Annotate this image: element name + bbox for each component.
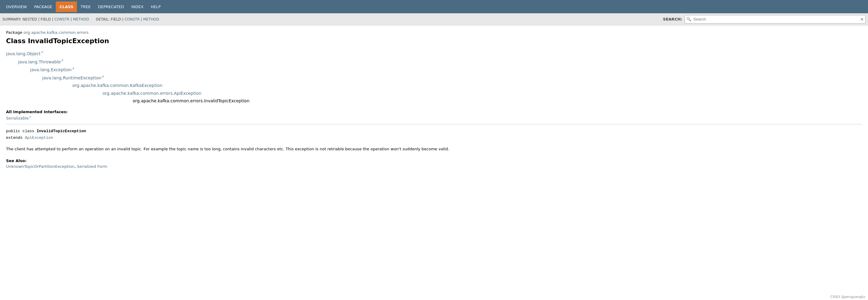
inheritance-level-5: org.apache.kafka.common.errors.ApiExcept…: [102, 90, 862, 97]
inheritance-link-2[interactable]: java.lang.Exception: [30, 67, 74, 72]
nav-help[interactable]: HELP: [147, 1, 164, 12]
class-prefix: Class: [6, 37, 26, 45]
inheritance-level-1: java.lang.Throwable: [18, 58, 862, 66]
keyword-public: public class: [6, 129, 36, 133]
interfaces-list: Serializable: [6, 115, 862, 120]
search-container: 🔍 ✕: [685, 15, 866, 24]
detail-method-link[interactable]: METHOD: [143, 17, 159, 22]
top-navigation: OVERVIEW PACKAGE CLASS TREE DEPRECATED I…: [0, 0, 868, 13]
inheritance-link-4[interactable]: org.apache.kafka.common.KafkaException: [72, 83, 162, 88]
sub-nav-right: SEARCH: 🔍 ✕: [663, 15, 866, 24]
search-icon: 🔍: [686, 17, 691, 22]
class-declaration: public class InvalidTopicException exten…: [6, 128, 862, 141]
inheritance-level-0: java.lang.Object: [6, 50, 862, 58]
apiexception-link[interactable]: ApiException: [25, 136, 53, 140]
keyword-extends: extends: [6, 136, 25, 140]
see-also-section: See Also: UnknownTopicOrPartitionExcepti…: [6, 158, 862, 169]
nav-tree[interactable]: TREE: [77, 1, 94, 12]
inheritance-level-6: org.apache.kafka.common.errors.InvalidTo…: [133, 97, 862, 105]
summary-nested: NESTED: [23, 17, 37, 22]
inheritance-link-3[interactable]: java.lang.RuntimeException: [42, 76, 104, 80]
inheritance-link-5[interactable]: org.apache.kafka.common.errors.ApiExcept…: [102, 91, 202, 96]
search-label: SEARCH:: [663, 17, 682, 22]
see-also-links: UnknownTopicOrPartitionException, Serial…: [6, 164, 862, 169]
inheritance-level-2: java.lang.Exception: [30, 66, 862, 74]
inheritance-tree: java.lang.Object java.lang.Throwable jav…: [6, 50, 862, 105]
detail-field: FIELD: [111, 17, 121, 22]
summary-method-link[interactable]: METHOD: [73, 17, 89, 22]
search-clear-button[interactable]: ✕: [860, 17, 864, 22]
see-also-label: See Also:: [6, 158, 862, 163]
interfaces-section: All Implemented Interfaces: Serializable: [6, 110, 862, 120]
package-line: Package org.apache.kafka.common.errors: [6, 30, 862, 35]
inheritance-current: org.apache.kafka.common.errors.InvalidTo…: [133, 98, 249, 103]
class-description: The client has attempted to perform an o…: [6, 146, 862, 152]
interfaces-label: All Implemented Interfaces:: [6, 110, 862, 114]
summary-label: SUMMARY:: [2, 17, 22, 22]
declaration-line-2: extends ApiException: [6, 134, 862, 141]
nav-package[interactable]: PACKAGE: [30, 1, 56, 12]
nav-class[interactable]: CLASS: [56, 1, 77, 12]
inheritance-level-3: java.lang.RuntimeException: [42, 74, 862, 82]
nav-deprecated[interactable]: DEPRECATED: [94, 1, 128, 12]
class-name: InvalidTopicException: [28, 37, 109, 45]
class-title: Class InvalidTopicException: [6, 37, 862, 45]
inheritance-link-0[interactable]: java.lang.Object: [6, 51, 43, 56]
summary-constr-link[interactable]: CONSTR: [54, 17, 69, 22]
detail-label: DETAIL:: [96, 17, 110, 22]
unknown-topic-link[interactable]: UnknownTopicOrPartitionException: [6, 164, 74, 169]
detail-constr-link[interactable]: CONSTR: [125, 17, 140, 22]
serializable-link[interactable]: Serializable: [6, 116, 31, 120]
package-link[interactable]: org.apache.kafka.common.errors: [24, 30, 88, 35]
sub-nav-left: SUMMARY: NESTED | FIELD | CONSTR | METHO…: [2, 17, 663, 22]
sub-navigation: SUMMARY: NESTED | FIELD | CONSTR | METHO…: [0, 13, 868, 25]
package-label: Package: [6, 30, 22, 35]
inheritance-link-1[interactable]: java.lang.Throwable: [18, 59, 64, 64]
divider: [6, 124, 862, 124]
declaration-classname: InvalidTopicException: [36, 129, 86, 133]
nav-overview[interactable]: OVERVIEW: [2, 1, 30, 12]
declaration-line-1: public class InvalidTopicException: [6, 128, 862, 134]
main-content: Package org.apache.kafka.common.errors C…: [0, 25, 868, 178]
summary-field: FIELD: [41, 17, 51, 22]
inheritance-level-4: org.apache.kafka.common.KafkaException: [72, 82, 862, 89]
serialized-form-link[interactable]: Serialized Form: [77, 164, 107, 169]
search-input[interactable]: [685, 15, 866, 24]
nav-index[interactable]: INDEX: [128, 1, 147, 12]
